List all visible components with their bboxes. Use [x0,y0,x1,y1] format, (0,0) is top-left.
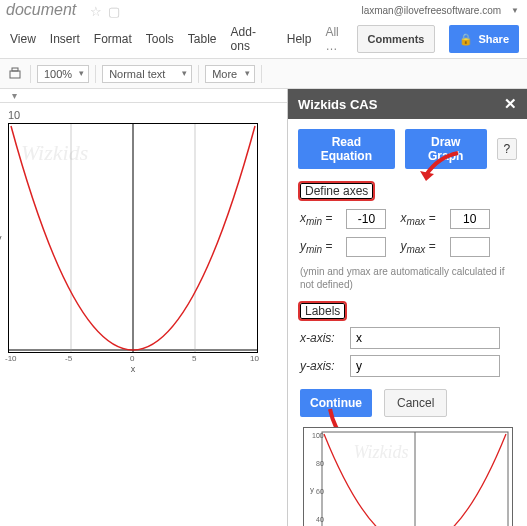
y-axis-label: y [0,233,2,243]
labels-section-label: Labels [298,301,347,321]
menu-table[interactable]: Table [188,32,217,46]
preview-chart: Wizkids 100 80 60 40 y [303,427,513,526]
xmax-input[interactable] [450,209,490,229]
menu-insert[interactable]: Insert [50,32,80,46]
watermark: Wizkids [354,442,409,463]
svg-rect-1 [12,68,18,71]
x-axis-label: x [131,364,136,374]
menu-addons[interactable]: Add-ons [231,25,273,53]
yaxis-field-label: y-axis: [300,359,342,373]
ymax-sub: max [406,244,425,255]
svg-text:y: y [310,485,314,494]
menu-tools[interactable]: Tools [146,32,174,46]
help-button[interactable]: ? [497,138,517,160]
svg-text:60: 60 [316,488,324,495]
xmin-sub: min [306,216,322,227]
xaxis-field-label: x-axis: [300,331,342,345]
print-icon[interactable] [6,64,24,84]
panel-title: Wizkids CAS [298,97,377,112]
zoom-select[interactable]: 100% [37,65,89,83]
svg-text:40: 40 [316,516,324,523]
xmin-input[interactable] [346,209,386,229]
continue-button[interactable]: Continue [300,389,372,417]
cancel-button[interactable]: Cancel [384,389,447,417]
lock-icon: 🔒 [459,33,473,46]
axis-tick-top: 10 [8,109,279,121]
doc-title[interactable]: document [6,1,76,18]
ymax-input[interactable] [450,237,490,257]
svg-text:80: 80 [316,460,324,467]
document-area[interactable]: ▾ 10 Wizkids -10 -5 0 5 10 x [0,89,287,526]
menu-all[interactable]: All … [325,25,342,53]
define-axes-label: Define axes [298,181,375,201]
main-chart[interactable]: Wizkids -10 -5 0 5 10 x y [8,123,258,353]
ymin-input[interactable] [346,237,386,257]
menu-help[interactable]: Help [287,32,312,46]
svg-rect-0 [10,71,20,78]
account-email[interactable]: laxman@ilovefreesoftware.com [361,5,501,16]
close-icon[interactable]: ✕ [504,95,517,113]
read-equation-button[interactable]: Read Equation [298,129,395,169]
tabstop-icon: ▾ [12,90,17,101]
draw-graph-button[interactable]: Draw Graph [405,129,487,169]
dropdown-icon[interactable]: ▼ [511,6,519,15]
axes-note: (ymin and ymax are automatically calcula… [300,265,515,291]
share-button[interactable]: 🔒 Share [449,25,519,53]
folder-icon[interactable]: ▢ [108,4,120,19]
star-icon[interactable]: ☆ [90,4,102,19]
ymin-sub: min [306,244,322,255]
style-select[interactable]: Normal text [102,65,192,83]
ruler: ▾ [0,89,287,103]
xmax-sub: max [406,216,425,227]
xaxis-input[interactable] [350,327,500,349]
svg-text:100: 100 [312,432,324,439]
menu-view[interactable]: View [10,32,36,46]
yaxis-input[interactable] [350,355,500,377]
share-label: Share [478,33,509,45]
menu-format[interactable]: Format [94,32,132,46]
comments-button[interactable]: Comments [357,25,436,53]
more-select[interactable]: More [205,65,255,83]
